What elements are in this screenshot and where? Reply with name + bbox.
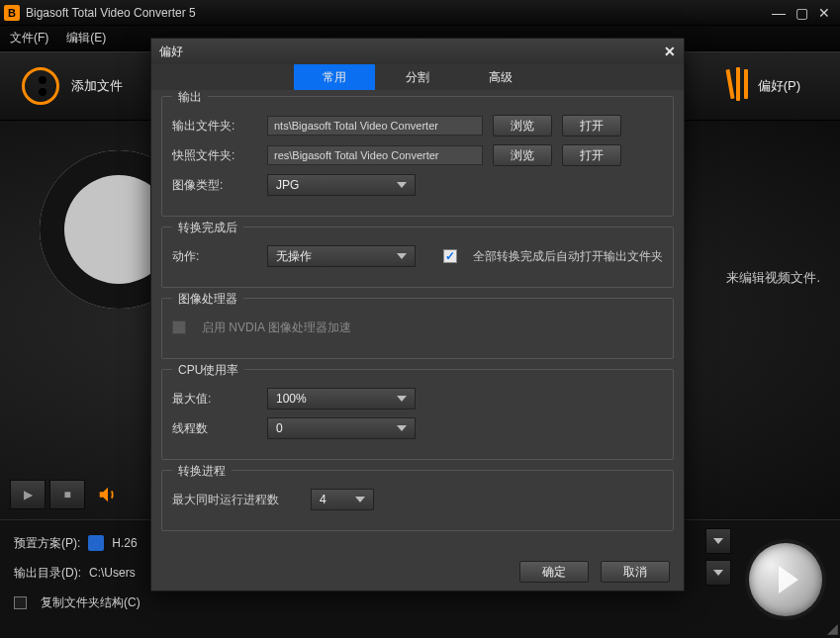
snapshot-folder-open-button[interactable]: 打开 bbox=[562, 144, 621, 166]
group-after-conversion: 转换完成后 动作: 无操作 全部转换完成后自动打开输出文件夹 bbox=[161, 227, 674, 288]
group-cpu: CPU使用率 最大值: 100% 线程数 0 bbox=[161, 369, 674, 460]
image-type-value: JPG bbox=[276, 178, 299, 192]
cpu-max-value: 100% bbox=[276, 392, 307, 406]
group-output: 输出 输出文件夹: nts\Bigasoft Total Video Conve… bbox=[161, 96, 674, 217]
output-folder-field[interactable]: nts\Bigasoft Total Video Converter bbox=[267, 116, 483, 136]
titlebar: B Bigasoft Total Video Converter 5 — ▢ ✕ bbox=[0, 0, 840, 26]
preset-value[interactable]: H.26 bbox=[112, 536, 137, 550]
dialog-titlebar: 偏好 ✕ bbox=[151, 39, 684, 64]
group-cpu-legend: CPU使用率 bbox=[172, 362, 244, 379]
snapshot-folder-label: 快照文件夹: bbox=[172, 147, 257, 164]
output-folder-browse-button[interactable]: 浏览 bbox=[493, 115, 552, 137]
toolbar-right: 偏好(P) bbox=[728, 69, 800, 103]
tab-advanced[interactable]: 高级 bbox=[460, 64, 541, 90]
dialog-tabs: 常用 分割 高级 bbox=[151, 64, 684, 90]
chevron-down-icon bbox=[397, 396, 407, 402]
copy-structure-label: 复制文件夹结构(C) bbox=[41, 594, 140, 611]
minimize-button[interactable]: — bbox=[772, 5, 786, 21]
copy-structure-checkbox[interactable] bbox=[14, 596, 27, 609]
chevron-down-icon bbox=[355, 497, 365, 502]
threads-label: 线程数 bbox=[172, 420, 257, 437]
preset-icon bbox=[88, 535, 104, 551]
chevron-down-icon bbox=[397, 253, 407, 259]
group-after-legend: 转换完成后 bbox=[172, 220, 243, 236]
group-gpu-legend: 图像处理器 bbox=[172, 291, 243, 308]
snapshot-folder-browse-button[interactable]: 浏览 bbox=[493, 144, 552, 166]
group-process-legend: 转换进程 bbox=[172, 463, 232, 480]
output-folder-open-button[interactable]: 打开 bbox=[562, 115, 621, 137]
menu-edit[interactable]: 编辑(E) bbox=[66, 30, 106, 46]
nvidia-label: 启用 NVDIA 图像处理器加速 bbox=[202, 319, 351, 336]
app-title: Bigasoft Total Video Converter 5 bbox=[26, 6, 772, 20]
play-button[interactable]: ▶ bbox=[10, 480, 46, 509]
max-procs-value: 4 bbox=[320, 493, 327, 506]
resize-grip-icon[interactable]: ◢ bbox=[827, 620, 838, 636]
preferences-label[interactable]: 偏好(P) bbox=[758, 77, 800, 95]
max-procs-label: 最大同时运行进程数 bbox=[172, 492, 301, 508]
chevron-down-icon bbox=[397, 425, 407, 431]
image-type-label: 图像类型: bbox=[172, 177, 257, 194]
stage-hint-text: 来编辑视频文件. bbox=[726, 269, 820, 287]
dialog-title: 偏好 bbox=[159, 44, 183, 60]
action-label: 动作: bbox=[172, 248, 257, 265]
dialog-footer: 确定 取消 bbox=[151, 553, 684, 591]
open-after-checkbox[interactable] bbox=[443, 249, 457, 263]
ok-button[interactable]: 确定 bbox=[519, 561, 589, 583]
preset-dropdown-button[interactable] bbox=[705, 528, 731, 554]
menu-file[interactable]: 文件(F) bbox=[10, 30, 48, 46]
output-dir-value[interactable]: C:\Users bbox=[89, 566, 136, 580]
volume-icon[interactable] bbox=[97, 484, 119, 505]
output-folder-label: 输出文件夹: bbox=[172, 118, 257, 135]
add-file-label[interactable]: 添加文件 bbox=[71, 77, 123, 95]
open-after-label: 全部转换完成后自动打开输出文件夹 bbox=[473, 248, 663, 265]
dialog-body: 输出 输出文件夹: nts\Bigasoft Total Video Conve… bbox=[151, 90, 684, 553]
maximize-button[interactable]: ▢ bbox=[795, 5, 808, 21]
stop-button[interactable]: ■ bbox=[49, 480, 85, 509]
threads-select[interactable]: 0 bbox=[267, 417, 416, 439]
add-file-icon[interactable] bbox=[20, 65, 61, 107]
cancel-button[interactable]: 取消 bbox=[601, 561, 670, 583]
cpu-max-label: 最大值: bbox=[172, 391, 257, 408]
output-dir-dropdown-button[interactable] bbox=[705, 560, 731, 586]
group-output-legend: 输出 bbox=[172, 90, 208, 106]
preset-label: 预置方案(P): bbox=[14, 535, 80, 552]
player-controls: ▶ ■ bbox=[10, 480, 119, 509]
threads-value: 0 bbox=[276, 421, 283, 435]
close-button[interactable]: ✕ bbox=[818, 5, 830, 21]
tab-general[interactable]: 常用 bbox=[294, 64, 375, 90]
nvidia-checkbox bbox=[172, 320, 186, 334]
action-value: 无操作 bbox=[276, 248, 312, 265]
snapshot-folder-field[interactable]: res\Bigasoft Total Video Converter bbox=[267, 145, 483, 165]
toolbar-left: 添加文件 bbox=[20, 65, 123, 107]
app-icon: B bbox=[4, 5, 20, 21]
dialog-close-button[interactable]: ✕ bbox=[664, 44, 676, 59]
group-gpu: 图像处理器 启用 NVDIA 图像处理器加速 bbox=[161, 298, 674, 359]
chevron-down-icon bbox=[397, 182, 407, 188]
cpu-max-select[interactable]: 100% bbox=[267, 388, 416, 410]
max-procs-select[interactable]: 4 bbox=[311, 489, 374, 510]
preferences-dialog: 偏好 ✕ 常用 分割 高级 输出 输出文件夹: nts\Bigasoft Tot… bbox=[150, 38, 685, 592]
image-type-select[interactable]: JPG bbox=[267, 174, 416, 196]
group-process: 转换进程 最大同时运行进程数 4 bbox=[161, 470, 674, 531]
preferences-icon[interactable] bbox=[728, 69, 748, 103]
action-select[interactable]: 无操作 bbox=[267, 245, 416, 267]
convert-button[interactable] bbox=[749, 543, 822, 616]
output-dir-label: 输出目录(D): bbox=[14, 565, 81, 582]
tab-split[interactable]: 分割 bbox=[377, 64, 458, 90]
